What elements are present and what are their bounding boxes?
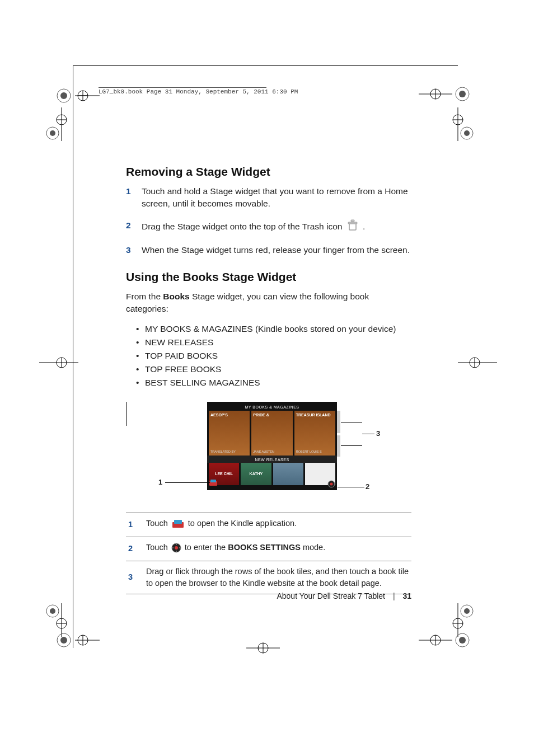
books-widget-figure: MY BOOKS & MAGAZINES AESOP'S TRANSLATED …: [126, 402, 417, 497]
ref-number: 2: [126, 537, 144, 561]
svg-rect-52: [351, 220, 354, 222]
kindle-icon: [209, 479, 218, 487]
svg-point-1: [60, 92, 67, 99]
callout-line: [341, 422, 362, 422]
book-tile: AESOP'S TRANSLATED BY: [209, 411, 250, 456]
svg-rect-58: [174, 520, 182, 524]
step-1: 1 Touch and hold a Stage widget that you…: [126, 185, 411, 210]
svg-point-60: [175, 546, 178, 550]
crop-mark-icon: [452, 346, 497, 379]
callout-number-2: 2: [366, 482, 369, 491]
reference-table: 1 Touch to open the Kindle application. …: [126, 513, 411, 594]
crop-mark-icon: [55, 626, 100, 659]
list-item: NEW RELEASES: [145, 336, 411, 349]
callout-line: [165, 482, 210, 483]
ref-text: Touch to enter the BOOKS SETTINGS mode.: [144, 537, 411, 561]
crop-rule: [73, 66, 73, 648]
step-number: 3: [126, 244, 142, 256]
books-intro: From the Books Stage widget, you can vie…: [126, 290, 411, 316]
book-tile: TREASUR ISLAND ROBERT LOUIS S: [294, 411, 335, 456]
widget-row-my-books: AESOP'S TRANSLATED BY PRIDE & JANE AUSTE…: [207, 411, 337, 456]
callout-line: [362, 434, 374, 434]
svg-rect-54: [210, 480, 216, 482]
list-item: TOP FREE BOOKS: [145, 363, 411, 376]
footer-chapter: About Your Dell Streak 7 Tablet: [277, 591, 385, 600]
settings-icon: [327, 480, 335, 488]
svg-point-61: [172, 547, 174, 548]
list-item: TOP PAID BOOKS: [145, 349, 411, 363]
ref-text: Drag or flick through the rows of the bo…: [144, 561, 411, 594]
trash-icon: [346, 219, 359, 235]
crop-rule: [73, 65, 458, 66]
table-row: 2 Touch to enter the BOOKS SETTINGS mode…: [126, 537, 411, 561]
print-header-rule: [99, 87, 266, 88]
svg-rect-51: [348, 222, 357, 224]
book-tile: [273, 463, 303, 485]
ref-text: Touch to open the Kindle application.: [144, 513, 411, 537]
table-row: 3 Drag or flick through the rows of the …: [126, 561, 411, 594]
heading-removing-stage-widget: Removing a Stage Widget: [126, 165, 411, 179]
list-item: MY BOOKS & MAGAZINES (Kindle books store…: [145, 322, 411, 336]
crop-mark-icon: [435, 107, 480, 152]
widget-header-new-releases: NEW RELEASES: [207, 456, 337, 463]
svg-point-10: [50, 130, 55, 136]
book-tile: KATHY: [241, 463, 271, 485]
callout-line: [338, 487, 364, 487]
step-3: 3 When the Stage widget turns red, relea…: [126, 244, 411, 256]
kindle-icon: [171, 519, 185, 532]
settings-icon: [171, 543, 181, 556]
ref-number: 3: [126, 561, 144, 594]
scrollbar-segment: [337, 435, 340, 457]
svg-rect-50: [349, 223, 356, 230]
crop-mark-icon: [39, 346, 84, 379]
svg-point-15: [459, 91, 466, 97]
svg-point-31: [50, 608, 55, 614]
page-footer: About Your Dell Streak 7 Tablet | 31: [126, 591, 411, 600]
ref-number: 1: [126, 513, 144, 537]
widget-row-new-releases: LEE CHIL KATHY: [207, 463, 337, 487]
crop-mark-icon: [241, 631, 285, 665]
step-2: 2 Drag the Stage widget onto the top of …: [126, 219, 411, 235]
svg-point-63: [176, 544, 177, 545]
book-tile: PRIDE & JANE AUSTEN: [251, 411, 292, 456]
crop-mark-icon: [39, 107, 84, 152]
table-row: 1 Touch to open the Kindle application.: [126, 513, 411, 537]
svg-point-41: [464, 608, 470, 614]
svg-point-20: [464, 130, 470, 136]
callout-line: [341, 445, 362, 446]
books-widget: MY BOOKS & MAGAZINES AESOP'S TRANSLATED …: [207, 402, 337, 490]
step-text: Drag the Stage widget onto the top of th…: [142, 219, 411, 235]
callout-number-3: 3: [376, 429, 380, 438]
book-categories-list: MY BOOKS & MAGAZINES (Kindle books store…: [126, 322, 411, 389]
callout-number-1: 1: [158, 478, 162, 486]
page-number: 31: [402, 591, 411, 600]
step-text: Touch and hold a Stage widget that you w…: [142, 185, 411, 210]
step-number: 1: [126, 185, 142, 210]
footer-separator: |: [393, 591, 395, 600]
callout-line: [126, 402, 127, 426]
heading-using-books-widget: Using the Books Stage Widget: [126, 270, 411, 284]
step-number: 2: [126, 219, 142, 235]
svg-point-33: [60, 637, 67, 644]
svg-point-64: [176, 551, 177, 552]
list-item: BEST SELLING MAGAZINES: [145, 376, 411, 389]
svg-point-56: [330, 482, 333, 485]
step-text: When the Stage widget turns red, release…: [142, 244, 411, 256]
print-header: LG7_bk0.book Page 31 Monday, September 5…: [99, 88, 298, 95]
crop-mark-icon: [419, 626, 486, 659]
svg-point-62: [179, 547, 180, 548]
scrollbar-segment: [337, 411, 340, 433]
widget-header-my-books: MY BOOKS & MAGAZINES: [207, 402, 337, 411]
svg-point-46: [459, 637, 466, 644]
removing-steps-list: 1 Touch and hold a Stage widget that you…: [126, 185, 411, 257]
